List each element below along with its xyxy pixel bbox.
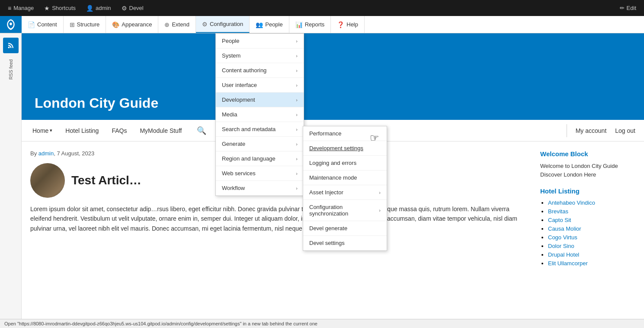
- hotel-link[interactable]: Causa Molior: [548, 225, 581, 232]
- list-item: Elit Ullamcorper: [548, 260, 635, 267]
- list-item: Brevitas: [548, 208, 635, 215]
- hotel-link[interactable]: Cogo Virtus: [548, 234, 577, 241]
- appearance-icon: 🎨: [112, 21, 119, 28]
- nav-reports[interactable]: 📊 Reports: [289, 16, 331, 33]
- reports-icon: 📊: [295, 21, 303, 28]
- extend-icon: ⊕: [164, 21, 170, 28]
- author-link[interactable]: admin: [38, 150, 54, 157]
- welcome-block-text: Welcome to London City Guide Discover Lo…: [540, 162, 635, 179]
- status-bar: Open "https://8080-imrodmartin-ddevgitpo…: [0, 319, 644, 328]
- devel-button[interactable]: ⚙ Devel: [117, 0, 148, 16]
- chevron-right-icon: ›: [296, 53, 298, 58]
- chevron-right-icon: ›: [296, 39, 298, 44]
- submenu-devel-settings[interactable]: Devel settings: [303, 236, 387, 251]
- chevron-right-icon: ›: [379, 190, 381, 195]
- submenu-config-sync[interactable]: Configurationsynchronization ›: [303, 200, 387, 221]
- config-menu-content-authoring[interactable]: Content authoring ›: [216, 63, 304, 78]
- nav-content[interactable]: 📄 Content: [22, 16, 64, 33]
- pencil-icon: ✏: [620, 5, 625, 11]
- chevron-right-icon: ›: [296, 141, 298, 147]
- hotel-listing-title: Hotel Listing: [540, 187, 635, 195]
- structure-icon: ⊞: [70, 21, 75, 28]
- user-icon: 👤: [86, 5, 93, 12]
- submenu-logging-errors[interactable]: Logging and errors: [303, 156, 387, 170]
- hotel-link[interactable]: Elit Ullamcorper: [548, 260, 588, 267]
- site-nav-user-links: My account Log out: [567, 124, 635, 137]
- chevron-right-icon: ›: [296, 127, 298, 132]
- config-dropdown-menu: People › System › Content authoring › Us…: [215, 33, 304, 196]
- gear-icon: ⚙: [122, 5, 127, 12]
- log-out-link[interactable]: Log out: [615, 127, 635, 134]
- welcome-block-title: Welcome Block: [540, 150, 635, 158]
- rss-label: RSS feed: [8, 59, 13, 80]
- article-image: [30, 163, 65, 198]
- hotel-listing-list: Antehabeo Vindico Brevitas Capto Sit Cau…: [540, 199, 635, 267]
- site-nav-home[interactable]: Home ▾: [30, 127, 54, 134]
- help-icon: ❓: [337, 21, 344, 28]
- rss-icon[interactable]: [3, 38, 19, 53]
- article-title-text: Test Articl…: [71, 174, 141, 187]
- config-menu-region-language[interactable]: Region and language ›: [216, 151, 304, 166]
- nav-people[interactable]: 👥 People: [250, 16, 289, 33]
- left-sidebar: RSS feed: [0, 33, 22, 328]
- site-nav-hotel-listing[interactable]: Hotel Listing: [63, 127, 101, 134]
- right-sidebar: Welcome Block Welcome to London City Gui…: [540, 150, 635, 275]
- chevron-right-icon: ›: [296, 97, 298, 103]
- submenu-maintenance-mode[interactable]: Maintenance mode: [303, 170, 387, 185]
- submenu-performance[interactable]: Performance: [303, 126, 387, 141]
- config-menu-web-services[interactable]: Web services ›: [216, 166, 304, 181]
- site-title: London City Guide: [35, 95, 158, 111]
- dropdown-chevron-icon: ▾: [50, 128, 52, 133]
- config-menu-user-interface[interactable]: User interface ›: [216, 78, 304, 93]
- chevron-right-icon: ›: [296, 83, 298, 88]
- development-submenu: Performance Development settings Logging…: [303, 126, 387, 251]
- star-icon: ★: [44, 5, 50, 12]
- list-item: Capto Sit: [548, 216, 635, 223]
- shortcuts-button[interactable]: ★ Shortcuts: [40, 0, 80, 16]
- chevron-right-icon: ›: [379, 208, 381, 213]
- edit-button[interactable]: ✏ Edit: [615, 5, 641, 11]
- nav-structure[interactable]: ⊞ Structure: [64, 16, 106, 33]
- nav-configuration[interactable]: ⚙ Configuration: [196, 16, 250, 33]
- config-menu-media[interactable]: Media ›: [216, 107, 304, 122]
- welcome-block: Welcome Block Welcome to London City Gui…: [540, 150, 635, 179]
- hotel-link[interactable]: Drupal Hotel: [548, 251, 579, 258]
- divider: [567, 124, 567, 137]
- submenu-development-settings[interactable]: Development settings: [303, 141, 387, 156]
- config-menu-people[interactable]: People ›: [216, 34, 304, 48]
- content-icon: 📄: [28, 21, 35, 28]
- my-account-link[interactable]: My account: [576, 127, 607, 134]
- site-nav-faqs[interactable]: FAQs: [109, 127, 129, 134]
- article-thumbnail: [30, 163, 65, 198]
- nav-appearance[interactable]: 🎨 Appearance: [106, 16, 158, 33]
- drupal-logo[interactable]: [0, 16, 22, 33]
- config-menu-system[interactable]: System ›: [216, 48, 304, 63]
- list-item: Drupal Hotel: [548, 251, 635, 258]
- submenu-devel-generate[interactable]: Devel generate: [303, 221, 387, 236]
- hotel-link[interactable]: Antehabeo Vindico: [548, 199, 595, 206]
- manage-button[interactable]: ≡ Manage: [3, 0, 38, 16]
- nav-extend[interactable]: ⊕ Extend: [158, 16, 195, 33]
- admin-user-button[interactable]: 👤 admin: [82, 0, 115, 16]
- nav-help[interactable]: ❓ Help: [331, 16, 365, 33]
- hotel-link[interactable]: Capto Sit: [548, 217, 571, 223]
- chevron-right-icon: ›: [296, 171, 298, 176]
- config-menu-workflow[interactable]: Workflow ›: [216, 181, 304, 196]
- admin-bar: ≡ Manage ★ Shortcuts 👤 admin ⚙ Devel ✏ E…: [0, 0, 644, 16]
- hotel-link[interactable]: Brevitas: [548, 208, 568, 215]
- list-item: Dolor Sino: [548, 242, 635, 249]
- site-search-button[interactable]: 🔍: [197, 126, 206, 135]
- nav-bar: 📄 Content ⊞ Structure 🎨 Appearance ⊕ Ext…: [0, 16, 644, 33]
- hotel-link[interactable]: Dolor Sino: [548, 243, 574, 249]
- svg-point-0: [8, 47, 10, 48]
- config-menu-generate[interactable]: Generate ›: [216, 137, 304, 151]
- hotel-listing-block: Hotel Listing Antehabeo Vindico Brevitas…: [540, 187, 635, 267]
- people-icon: 👥: [256, 21, 263, 28]
- submenu-asset-injector[interactable]: Asset Injector ›: [303, 185, 387, 200]
- chevron-right-icon: ›: [296, 156, 298, 161]
- site-nav-mymodule[interactable]: MyModule Stuff: [138, 127, 184, 134]
- chevron-right-icon: ›: [296, 112, 298, 117]
- config-menu-search-metadata[interactable]: Search and metadata ›: [216, 122, 304, 137]
- manage-icon: ≡: [8, 5, 11, 12]
- config-menu-development[interactable]: Development ›: [216, 93, 304, 107]
